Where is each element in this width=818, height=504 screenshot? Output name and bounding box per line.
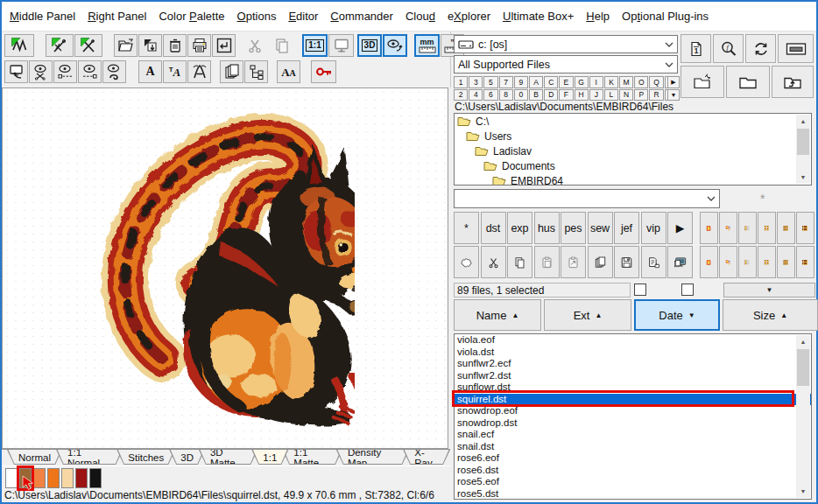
text-tool-button[interactable]: A <box>138 60 162 83</box>
file-list-item[interactable]: snail.dst <box>455 441 811 453</box>
duplicate-files-button[interactable] <box>588 246 613 278</box>
paste-run-button[interactable] <box>561 246 586 278</box>
open-file-button[interactable] <box>114 34 138 57</box>
letter-filter-button[interactable]: 7 <box>499 76 513 88</box>
scroll-up-arrow[interactable]: ▲ <box>796 115 810 128</box>
view-end-point-button[interactable] <box>78 60 102 83</box>
color-chip[interactable] <box>89 468 102 488</box>
letter-filter-button[interactable]: 5 <box>483 76 497 88</box>
view-list-button-2[interactable] <box>738 246 757 278</box>
menu-item[interactable]: Help <box>580 10 616 23</box>
scroll-down-arrow[interactable]: ▼ <box>796 171 810 184</box>
scrollbar-thumb[interactable] <box>797 129 809 155</box>
shape-select-button[interactable] <box>454 246 479 278</box>
view-tab[interactable]: X-Ray <box>403 450 450 465</box>
menu-item[interactable]: Middle Panel <box>4 10 81 23</box>
view-start-point-button[interactable] <box>53 60 77 83</box>
view-grid-2-button-2[interactable] <box>758 246 776 278</box>
paste-files-button[interactable] <box>534 246 560 278</box>
menu-item[interactable]: Color Palette <box>152 10 230 23</box>
send-to-screen-button[interactable] <box>4 60 28 83</box>
letter-filter-button[interactable]: B <box>529 89 543 102</box>
view-3d-button[interactable]: 3D <box>357 34 382 57</box>
file-list-item[interactable]: viola.dst <box>455 346 811 359</box>
view-detail-button[interactable] <box>700 212 718 244</box>
format-filter-button[interactable]: sew <box>588 212 613 244</box>
file-list-item[interactable]: sunflwr2.dst <box>455 370 811 382</box>
letter-filter-button[interactable]: J <box>589 89 603 102</box>
cut-button[interactable] <box>243 34 266 57</box>
folder-tree-item[interactable]: C:\ <box>455 114 811 129</box>
letter-filter-button[interactable]: Q <box>649 76 663 88</box>
view-tab[interactable]: 1:1 <box>251 450 288 465</box>
view-tab[interactable]: Stitches <box>116 450 175 465</box>
hoop-panel-button[interactable] <box>778 34 814 63</box>
letter-filter-button[interactable]: 6 <box>483 89 497 102</box>
letter-filter-button[interactable]: G <box>575 76 589 88</box>
text-style-button[interactable]: TA <box>163 60 187 83</box>
password-button[interactable] <box>311 60 336 83</box>
print-button[interactable] <box>187 34 211 57</box>
letter-filter-button[interactable]: P <box>634 89 648 102</box>
file-list-item[interactable]: snail.ecf <box>455 429 811 441</box>
folder-tree-item[interactable]: Users <box>455 129 811 144</box>
letter-filter-button[interactable]: F <box>559 89 573 102</box>
stitches-panel-button[interactable] <box>4 34 34 57</box>
hoop-position-button[interactable] <box>212 34 236 57</box>
view-grid-3-button-2[interactable] <box>777 246 795 278</box>
menu-item[interactable]: Options <box>231 10 283 23</box>
folder-button[interactable] <box>726 66 770 98</box>
color-chip[interactable] <box>5 468 18 488</box>
letter-filter-button[interactable]: L <box>604 89 618 102</box>
save-button[interactable] <box>614 246 639 278</box>
letter-filter-button[interactable]: 3 <box>469 76 483 88</box>
file-info-button[interactable] <box>680 34 711 63</box>
sort-button[interactable]: Date▼ <box>634 299 720 331</box>
letters-more-button[interactable]: ▶ <box>667 76 680 88</box>
drive-select[interactable]: c: [os] <box>454 35 678 53</box>
letter-filter-button[interactable]: 4 <box>469 89 483 102</box>
file-list-item[interactable]: snowdrop.eof <box>455 405 811 417</box>
menu-item[interactable]: Commander <box>324 10 399 23</box>
letter-filter-button[interactable]: 8 <box>499 89 513 102</box>
view-grid-2-button[interactable] <box>758 212 776 244</box>
search-button[interactable] <box>713 34 744 63</box>
paste-as-file-button[interactable] <box>641 246 666 278</box>
file-list-item[interactable]: snowdrop.dst <box>455 417 811 430</box>
copy-files-button[interactable] <box>507 246 532 278</box>
mask-combobox[interactable] <box>454 189 720 208</box>
letter-filter-button[interactable]: A <box>529 76 543 88</box>
sort-button[interactable]: Ext▲ <box>544 299 631 331</box>
letters-dropdown-button[interactable]: ▼ <box>667 89 680 102</box>
menu-item[interactable]: Right Panel <box>81 10 152 23</box>
format-filter-button[interactable]: hus <box>534 212 560 244</box>
view-tab[interactable]: 1:1 Normal <box>56 450 123 465</box>
sort-button[interactable]: Name▲ <box>454 299 541 331</box>
menu-item[interactable]: Editor <box>282 10 324 23</box>
view-tab[interactable]: 1:1 Matte <box>282 450 342 465</box>
color-chip[interactable] <box>61 468 74 488</box>
view-small-icons-button-2[interactable] <box>719 246 737 278</box>
view-trims-button[interactable] <box>29 60 53 83</box>
file-list-item[interactable]: viola.eof <box>455 334 811 346</box>
tree-scrollbar[interactable]: ▲ ▼ <box>796 115 810 184</box>
letter-filter-button[interactable]: I <box>589 76 603 88</box>
menu-item[interactable]: Ultimate Box+ <box>497 10 580 23</box>
scrollbar-thumb[interactable] <box>797 349 809 386</box>
format-filter-button[interactable]: * <box>454 212 479 244</box>
file-list-item[interactable]: rose5.dst <box>455 488 811 500</box>
view-tab[interactable]: Normal <box>7 450 62 465</box>
letter-filter-button[interactable]: H <box>575 89 589 102</box>
view-tab[interactable]: 3D <box>169 450 205 465</box>
convert-button[interactable] <box>138 34 162 57</box>
filter-checkbox-1[interactable] <box>634 284 646 296</box>
color-chip[interactable] <box>75 468 88 488</box>
letter-filter-button[interactable]: M <box>619 76 633 88</box>
folder-up-button[interactable] <box>772 66 814 98</box>
view-grid-3-button[interactable] <box>777 212 795 244</box>
view-detail-button-2[interactable] <box>700 246 718 278</box>
cross-needles-panel-button[interactable] <box>74 34 102 57</box>
sort-button[interactable]: Size▲ <box>723 299 818 331</box>
folder-tree-item[interactable]: EMBIRD64 <box>455 173 811 186</box>
folder-tree-item[interactable]: Ladislav <box>455 144 811 158</box>
